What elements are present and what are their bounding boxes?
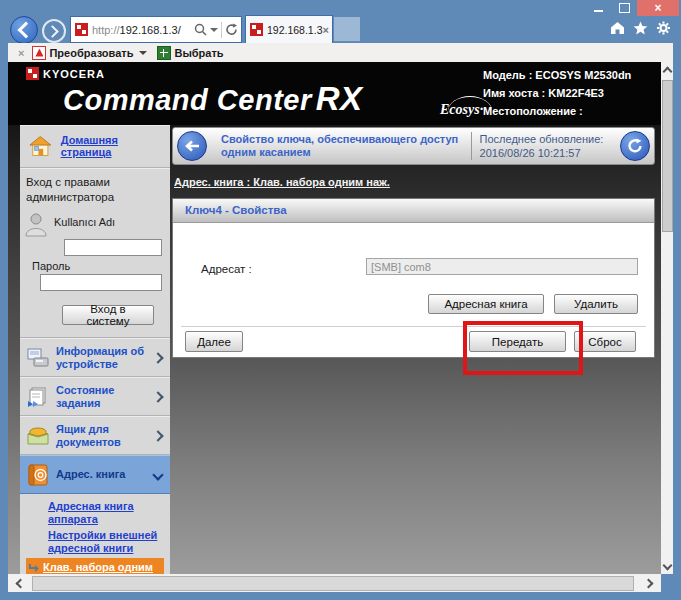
document-box-icon	[26, 425, 50, 447]
back-button[interactable]	[10, 16, 38, 44]
home-page-link[interactable]: Домашняя страница	[61, 134, 166, 158]
sidebar-item-address-book[interactable]: Адрес. книга	[20, 455, 170, 494]
key-properties-panel: Ключ4 - Свойства Адресат : Адресная книг…	[172, 198, 655, 358]
page-info-bar: Свойство ключа, обеспечивающего доступ о…	[172, 127, 655, 165]
delete-button[interactable]: Удалить	[554, 294, 638, 314]
device-hostname: Имя хоста : KM22F4E3	[483, 84, 653, 102]
chevron-up-icon	[662, 67, 672, 77]
chevron-right-icon	[644, 578, 654, 588]
sidebar-item-home[interactable]: Домашняя страница	[20, 125, 170, 168]
search-dropdown-icon[interactable]	[210, 28, 218, 32]
favorites-star-icon[interactable]	[633, 21, 648, 35]
scroll-right-button[interactable]	[639, 574, 661, 592]
chevron-down-icon	[152, 469, 163, 480]
submenu-link-machine-address-book[interactable]: Адресная книга аппарата	[48, 500, 164, 526]
tab-favicon	[250, 23, 263, 36]
refresh-icon	[627, 138, 643, 154]
chevron-right-icon	[152, 352, 163, 363]
page-viewport: KYOCERA Command CenterRX Ecosys· Модель …	[8, 62, 661, 574]
browser-window: × http://192.168.1.3/ 192.168.1.3 ×	[0, 0, 681, 600]
sidebar-item-label: Состояние задания	[56, 384, 148, 410]
maximize-button[interactable]	[611, 0, 637, 16]
app-title-suffix: RX	[316, 80, 363, 117]
home-page-icon	[28, 134, 53, 158]
browser-tab[interactable]: 192.168.1.3 ×	[245, 15, 333, 43]
username-input[interactable]	[64, 239, 162, 256]
submenu-link-external-address-book[interactable]: Настройки внешней адресной книги	[48, 529, 164, 555]
reset-button[interactable]: Сброс	[574, 331, 636, 352]
divider	[181, 326, 646, 327]
pdf-convert-icon	[32, 46, 46, 60]
address-book-button[interactable]: Адресная книга	[428, 294, 544, 314]
settings-gear-icon[interactable]	[656, 21, 671, 35]
device-info-icon	[26, 347, 50, 369]
select-export-icon	[157, 46, 171, 60]
site-header: KYOCERA Command CenterRX Ecosys· Модель …	[8, 62, 661, 125]
password-input[interactable]	[40, 274, 162, 291]
recipient-label: Адресат :	[201, 263, 252, 275]
home-icon[interactable]	[610, 21, 625, 35]
last-update-time: 2016/08/26 10:21:57	[480, 146, 616, 160]
convert-button[interactable]: Преобразовать	[49, 47, 133, 59]
last-update-label: Последнее обновление:	[480, 132, 616, 146]
address-bar[interactable]: http://192.168.1.3/	[70, 16, 242, 43]
breadcrumb-link[interactable]: Адрес. книга : Клав. набора одним наж.	[174, 176, 390, 188]
password-label: Пароль	[32, 260, 166, 272]
job-status-icon	[26, 386, 50, 408]
chevron-right-icon	[152, 430, 163, 441]
scroll-left-button[interactable]	[8, 574, 30, 592]
search-icon[interactable]	[194, 23, 207, 36]
user-icon	[24, 211, 48, 237]
kyocera-brand: KYOCERA	[26, 67, 105, 80]
maximize-icon	[619, 3, 630, 13]
scroll-up-button[interactable]	[661, 62, 673, 78]
sidebar-item-label: Ящик для документов	[56, 423, 148, 449]
sidebar-item-job-status[interactable]: Состояние задания	[20, 377, 170, 416]
admin-login-section: Вход с правами администратора Kullanıcı …	[20, 168, 170, 338]
app-title: Command CenterRX	[63, 80, 363, 118]
brand-text: KYOCERA	[43, 68, 105, 80]
url-scheme: http://	[92, 24, 120, 36]
scroll-down-button[interactable]	[661, 558, 673, 574]
sidebar-item-document-box[interactable]: Ящик для документов	[20, 416, 170, 455]
back-page-button[interactable]	[177, 131, 207, 161]
minimize-icon	[594, 10, 603, 12]
close-icon: ×	[654, 1, 661, 15]
new-tab-button[interactable]	[334, 17, 360, 41]
horizontal-scrollbar[interactable]	[8, 574, 661, 592]
submenu-item-one-touch-keys-active[interactable]: Клав. набора одним наж.	[26, 558, 164, 574]
breadcrumb: Адрес. книга : Клав. набора одним наж.	[172, 172, 655, 190]
refresh-page-icon[interactable]	[225, 23, 238, 36]
close-button[interactable]: ×	[637, 0, 679, 16]
device-model: Модель : ECOSYS M2530dn	[483, 66, 653, 84]
horizontal-scroll-thumb[interactable]	[32, 576, 634, 591]
convert-dropdown-icon[interactable]	[139, 51, 147, 55]
select-button[interactable]: Выбрать	[174, 47, 223, 59]
current-page-arrow-icon	[28, 562, 40, 574]
browser-chrome: http://192.168.1.3/ 192.168.1.3 ×	[8, 15, 673, 43]
chevron-right-icon	[152, 391, 163, 402]
forward-icon	[46, 25, 59, 38]
back-icon	[18, 22, 35, 39]
submit-button[interactable]: Передать	[469, 331, 566, 352]
toolbar-close-icon[interactable]: ×	[18, 47, 24, 59]
minimize-button[interactable]	[585, 0, 611, 16]
login-button[interactable]: Вход в систему	[62, 305, 154, 325]
last-update: Последнее обновление: 2016/08/26 10:21:5…	[480, 132, 616, 160]
next-button[interactable]: Далее	[185, 331, 243, 352]
page-title: Свойство ключа, обеспечивающего доступ о…	[221, 133, 463, 159]
recipient-input[interactable]	[366, 258, 638, 275]
url-host: 192.168.1.3/	[120, 24, 181, 36]
vertical-scrollbar[interactable]	[661, 62, 673, 574]
refresh-button[interactable]	[620, 131, 650, 161]
tab-title: 192.168.1.3	[267, 24, 322, 36]
vertical-scroll-thumb[interactable]	[662, 80, 673, 232]
username-label: Kullanıcı Adı	[54, 216, 115, 228]
sidebar-item-device-info[interactable]: Информация об устройстве	[20, 338, 170, 377]
admin-login-heading: Вход с правами администратора	[24, 173, 166, 211]
panel-title: Ключ4 - Свойства	[173, 199, 654, 223]
main-content: Свойство ключа, обеспечивающего доступ о…	[172, 127, 655, 358]
forward-button[interactable]	[42, 19, 66, 43]
tab-close-icon[interactable]: ×	[322, 24, 333, 36]
site-favicon	[75, 23, 88, 36]
